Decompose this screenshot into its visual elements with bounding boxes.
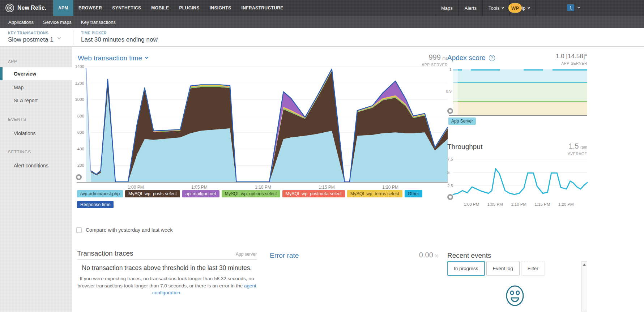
apdex-app-server-badge[interactable]: App Server bbox=[448, 117, 476, 125]
error-rate-value: 0.00 bbox=[419, 251, 433, 259]
picker-divider bbox=[73, 30, 73, 45]
apdex-summary: 1.0 [14.58]* APP SERVER bbox=[556, 53, 587, 65]
smiley-face-icon bbox=[506, 285, 524, 307]
apm-sub-nav: Applications Service maps Key transactio… bbox=[0, 16, 644, 28]
apdex-help-icon[interactable]: ? bbox=[489, 55, 495, 61]
transaction-traces-scope: App server bbox=[236, 252, 257, 257]
web-transaction-time-chart[interactable]: 2004006008001000120014001:00 PM1:05 PM1:… bbox=[72, 52, 448, 209]
apdex-title: Apdex score bbox=[447, 54, 486, 62]
time-picker[interactable]: TIME PICKER Last 30 minutes ending now bbox=[81, 31, 158, 43]
svg-text:1:10 PM: 1:10 PM bbox=[255, 185, 271, 190]
legend-response-time[interactable]: Response time bbox=[77, 201, 114, 208]
tab-apm[interactable]: APM bbox=[53, 0, 73, 16]
legend-wp-admin-post-php[interactable]: /wp-admin/post.php bbox=[77, 190, 123, 197]
svg-text:1: 1 bbox=[449, 67, 452, 72]
nav-alerts[interactable]: Alerts bbox=[459, 0, 482, 16]
event-log-button[interactable]: Event log bbox=[486, 261, 520, 276]
notification-count-badge[interactable]: 1 bbox=[567, 4, 574, 11]
svg-text:200: 200 bbox=[77, 163, 84, 167]
tab-synthetics[interactable]: SYNTHETICS bbox=[107, 0, 146, 16]
chevron-down-icon bbox=[502, 6, 504, 9]
svg-text:2.5: 2.5 bbox=[447, 184, 453, 188]
svg-text:1400: 1400 bbox=[75, 64, 84, 69]
sidebar-item-map[interactable]: Map bbox=[14, 85, 24, 90]
web-chart-legend: /wp-admin/post.php MySQL wp_posts select… bbox=[77, 190, 422, 197]
new-relic-logo[interactable]: New Relic. bbox=[5, 0, 46, 16]
filter-button[interactable]: Filter bbox=[521, 261, 545, 276]
apdex-value: 1.0 [14.58]* bbox=[556, 53, 587, 60]
account-chevron-down-icon bbox=[577, 6, 580, 9]
legend-mysql-wp-postmeta-select[interactable]: MySQL wp_postmeta select bbox=[282, 190, 345, 197]
throughput-title: Throughput bbox=[447, 143, 482, 151]
svg-text:7.5: 7.5 bbox=[447, 157, 453, 161]
sidebar-heading-settings: SETTINGS bbox=[8, 150, 31, 154]
in-progress-button[interactable]: In progress bbox=[447, 261, 485, 276]
error-rate-title[interactable]: Error rate bbox=[270, 252, 299, 260]
compare-checkbox-label: Compare with yesterday and last week bbox=[86, 227, 172, 233]
product-tabs: APM BROWSER SYNTHETICS MOBILE PLUGINS IN… bbox=[53, 0, 289, 16]
compare-checkbox[interactable] bbox=[76, 227, 82, 233]
scrollbar-up-arrow-icon[interactable] bbox=[583, 264, 586, 266]
key-transactions-picker-value: Slow postmeta 1 bbox=[8, 36, 54, 43]
sidebar-item-alert-conditions[interactable]: Alert conditions bbox=[14, 163, 48, 168]
svg-text:5: 5 bbox=[447, 170, 449, 175]
tab-browser[interactable]: BROWSER bbox=[73, 0, 107, 16]
error-rate-value-block: 0.00 % bbox=[419, 251, 438, 259]
throughput-value: 1.5 bbox=[569, 142, 579, 150]
sidebar-heading-app: APP bbox=[8, 59, 17, 64]
tab-plugins[interactable]: PLUGINS bbox=[174, 0, 204, 16]
svg-text:1:15 PM: 1:15 PM bbox=[534, 202, 550, 206]
transaction-traces-message: No transaction traces above threshold in… bbox=[77, 262, 257, 274]
svg-text:1200: 1200 bbox=[75, 81, 84, 85]
transaction-traces-panel: Transaction traces App server No transac… bbox=[77, 249, 257, 296]
sidebar-item-label: Overview bbox=[14, 67, 72, 80]
subnav-service-maps[interactable]: Service maps bbox=[38, 20, 76, 25]
time-picker-value: Last 30 minutes ending now bbox=[81, 36, 158, 43]
svg-text:800: 800 bbox=[77, 114, 84, 118]
subnav-key-transactions[interactable]: Key transactions bbox=[76, 20, 120, 25]
svg-text:1:20 PM: 1:20 PM bbox=[382, 185, 398, 190]
chevron-down-icon bbox=[528, 6, 530, 9]
sidebar-item-violations[interactable]: Violations bbox=[14, 131, 35, 136]
nav-tools-menu[interactable]: Tools bbox=[482, 0, 509, 16]
svg-text:1:20 PM: 1:20 PM bbox=[558, 202, 574, 206]
account-badge[interactable]: WP bbox=[508, 3, 522, 13]
svg-text:400: 400 bbox=[77, 147, 84, 151]
legend-mysql-wp-terms-select[interactable]: MySQL wp_terms select bbox=[347, 190, 402, 197]
tab-insights[interactable]: INSIGHTS bbox=[205, 0, 236, 16]
sidebar-item-overview[interactable]: Overview bbox=[0, 67, 72, 80]
tab-mobile[interactable]: MOBILE bbox=[146, 0, 174, 16]
legend-other[interactable]: Other bbox=[405, 190, 422, 197]
top-nav: New Relic. APM BROWSER SYNTHETICS MOBILE… bbox=[0, 0, 644, 16]
web-chart-legend-row2: Response time bbox=[77, 201, 114, 208]
throughput-chart[interactable]: 7.552.51:00 PM1:05 PM1:10 PM1:15 PM1:20 … bbox=[447, 154, 588, 208]
subnav-applications[interactable]: Applications bbox=[4, 20, 38, 25]
svg-text:1:00 PM: 1:00 PM bbox=[464, 202, 479, 206]
nav-maps[interactable]: Maps bbox=[435, 0, 459, 16]
compare-checkbox-row[interactable]: Compare with yesterday and last week bbox=[76, 227, 172, 233]
key-transactions-chevron-down-icon[interactable] bbox=[57, 36, 61, 39]
sidebar-item-sla-report[interactable]: SLA report bbox=[14, 98, 38, 103]
tab-infrastructure[interactable]: INFRASTRUCTURE bbox=[236, 0, 288, 16]
key-transactions-picker[interactable]: KEY TRANSACTIONS Slow postmeta 1 bbox=[8, 31, 54, 43]
svg-text:1:05 PM: 1:05 PM bbox=[487, 202, 503, 206]
recent-events-scrollbar[interactable] bbox=[581, 261, 587, 312]
brand-label: New Relic. bbox=[17, 5, 46, 11]
transaction-traces-header: Transaction traces App server bbox=[77, 249, 257, 260]
apdex-title-row: Apdex score ? bbox=[447, 54, 495, 62]
svg-text:1:15 PM: 1:15 PM bbox=[319, 185, 335, 190]
new-relic-apm-overview: New Relic. APM BROWSER SYNTHETICS MOBILE… bbox=[0, 0, 644, 312]
legend-api-mailgun-net[interactable]: api.mailgun.net bbox=[182, 190, 219, 197]
transaction-traces-title: Transaction traces bbox=[77, 249, 133, 257]
sidebar-heading-events: EVENTS bbox=[8, 117, 26, 121]
legend-mysql-wp-options-select[interactable]: MySQL wp_options select bbox=[222, 190, 280, 197]
svg-text:1:00 PM: 1:00 PM bbox=[128, 185, 144, 190]
svg-text:1:05 PM: 1:05 PM bbox=[191, 185, 208, 190]
svg-text:1:10 PM: 1:10 PM bbox=[511, 202, 526, 206]
throughput-unit: rpm bbox=[580, 145, 587, 149]
apdex-score-chart[interactable]: 10.9 bbox=[447, 65, 588, 126]
new-relic-logo-icon bbox=[5, 3, 14, 13]
legend-mysql-wp-posts-select[interactable]: MySQL wp_posts select bbox=[125, 190, 180, 197]
svg-text:0.9: 0.9 bbox=[446, 89, 452, 93]
recent-events-title-row: Recent events bbox=[447, 252, 491, 260]
